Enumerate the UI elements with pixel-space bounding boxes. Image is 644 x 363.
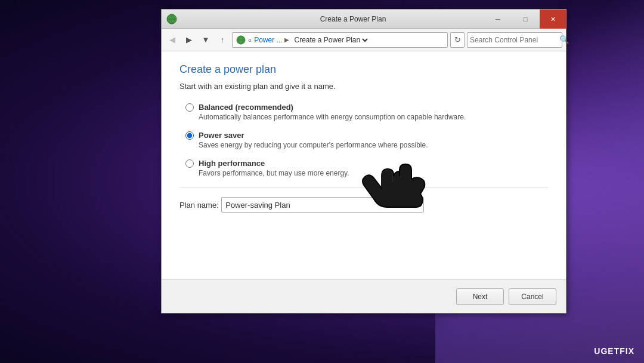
window-controls: ─ □ ✕ <box>485 10 566 29</box>
address-field[interactable]: « Power ... ▶ Create a Power Plan <box>232 32 448 48</box>
power-saver-title: Power saver <box>199 131 244 140</box>
watermark: UGETFIX <box>594 346 634 356</box>
section-divider <box>179 187 548 187</box>
balanced-radio[interactable] <box>185 103 194 112</box>
page-subtitle: Start with an existing plan and give it … <box>179 82 548 91</box>
power-saver-option: Power saver Saves energy by reducing you… <box>179 131 548 149</box>
breadcrumb-sep: ▶ <box>284 36 289 43</box>
power-saver-description: Saves energy by reducing your computer's… <box>199 141 548 149</box>
breadcrumb-parent: Power ... <box>254 36 282 44</box>
power-saver-label[interactable]: Power saver <box>185 131 548 140</box>
page-title: Create a power plan <box>179 63 548 76</box>
footer: Next Cancel <box>162 279 566 313</box>
high-performance-radio[interactable] <box>185 159 194 168</box>
plan-name-label: Plan name: <box>179 201 219 210</box>
address-bar: ◀ ▶ ▼ ↑ « Power ... ▶ Create a Power Pla… <box>162 29 566 51</box>
high-performance-label[interactable]: High performance <box>185 159 548 168</box>
maximize-button[interactable]: □ <box>512 10 538 29</box>
window-icon <box>166 14 177 24</box>
back-button[interactable]: ◀ <box>165 33 179 47</box>
up-button[interactable]: ↑ <box>215 33 230 47</box>
breadcrumb-icon <box>236 35 246 45</box>
cancel-button[interactable]: Cancel <box>509 288 556 305</box>
search-button[interactable]: 🔍 <box>559 34 569 46</box>
balanced-label[interactable]: Balanced (recommended) <box>185 103 548 112</box>
balanced-option: Balanced (recommended) Automatically bal… <box>179 103 548 121</box>
plan-name-section: Plan name: <box>179 197 548 213</box>
next-button[interactable]: Next <box>456 288 504 305</box>
minimize-button[interactable]: ─ <box>485 10 511 29</box>
balanced-title: Balanced (recommended) <box>199 103 293 112</box>
window-title: Create a Power Plan <box>181 15 525 23</box>
forward-button[interactable]: ▶ <box>182 33 196 47</box>
watermark-text: UGETFIX <box>594 346 634 356</box>
high-performance-option: High performance Favors performance, but… <box>179 159 548 177</box>
search-box: 🔍 <box>467 32 562 48</box>
breadcrumb-current-dropdown[interactable]: Create a Power Plan <box>292 35 370 45</box>
high-performance-title: High performance <box>199 159 265 168</box>
search-icon: 🔍 <box>559 35 569 44</box>
breadcrumb-prefix: « <box>248 36 252 44</box>
close-button[interactable]: ✕ <box>540 10 566 29</box>
dropdown-arrow-button[interactable]: ▼ <box>199 33 213 47</box>
refresh-button[interactable]: ↻ <box>450 32 465 48</box>
plan-name-input[interactable] <box>221 197 424 213</box>
content-area: Create a power plan Start with an existi… <box>162 51 566 279</box>
search-input[interactable] <box>470 36 559 44</box>
balanced-description: Automatically balances performance with … <box>199 113 548 121</box>
title-bar: Create a Power Plan ─ □ ✕ <box>162 10 566 29</box>
create-power-plan-window: Create a Power Plan ─ □ ✕ ◀ ▶ ▼ ↑ « Powe… <box>161 9 566 313</box>
power-saver-radio[interactable] <box>185 131 194 140</box>
high-performance-description: Favors performance, but may use more ene… <box>199 169 548 177</box>
